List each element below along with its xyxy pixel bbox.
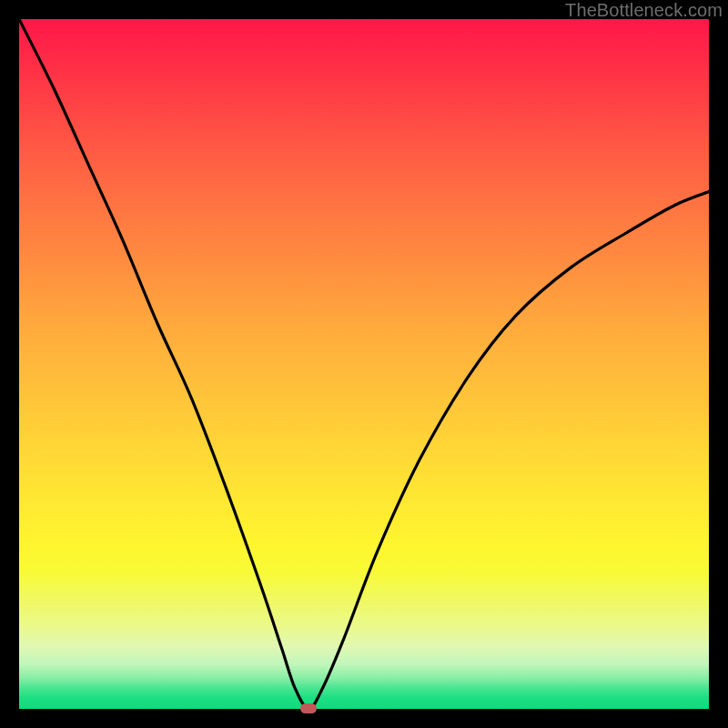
bottleneck-curve [19,19,709,709]
curve-path [19,19,709,709]
plot-area [19,19,709,709]
image-frame: TheBottleneck.com [0,0,728,728]
watermark-text: TheBottleneck.com [565,0,723,21]
minimum-marker [300,703,317,713]
